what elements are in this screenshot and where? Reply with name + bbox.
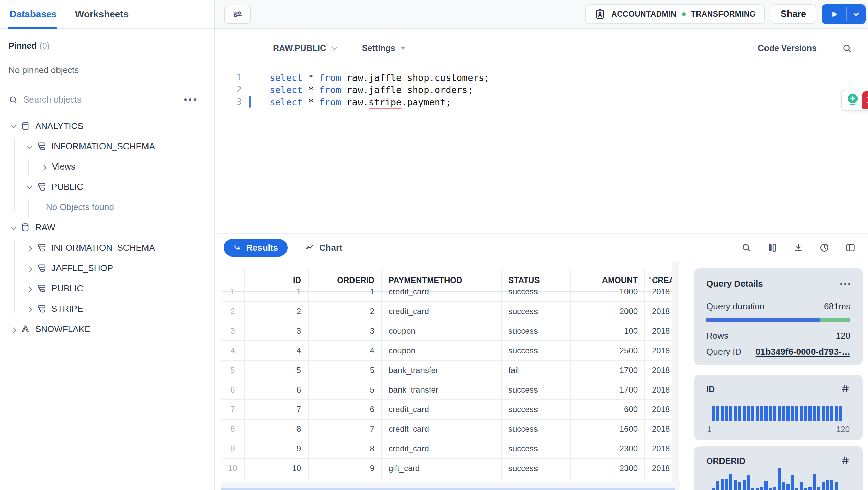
code-line[interactable]: 3select * from raw.stripe.payment;: [215, 96, 868, 108]
horizontal-scrollbar[interactable]: [221, 488, 675, 490]
filters-button[interactable]: [224, 5, 251, 24]
histogram-bar: [822, 482, 825, 490]
table-cell: 7: [245, 400, 309, 419]
run-button[interactable]: [822, 4, 846, 24]
tree-item-label: No Objects found: [46, 202, 114, 213]
tree-item-public[interactable]: PUBLIC: [0, 278, 214, 298]
duration-progress-bar: [706, 318, 850, 322]
history-icon[interactable]: [819, 242, 830, 253]
row-number-cell: 7: [221, 400, 245, 419]
table-row[interactable]: 111credit_cardsuccess10002018: [221, 282, 672, 302]
code-versions-button[interactable]: Code Versions: [758, 43, 817, 53]
vertical-scrollbar[interactable]: [672, 262, 679, 490]
line-chart-icon: [305, 243, 315, 252]
column-stats-card-orderid[interactable]: ORDERID: [694, 446, 863, 490]
table-cell: 2018: [645, 341, 672, 360]
tree-item-views[interactable]: Views: [0, 156, 214, 177]
settings-label: Settings: [362, 43, 395, 53]
chevron-right-icon: [40, 165, 47, 169]
table-row[interactable]: 887credit_cardsuccess16002018: [221, 420, 672, 439]
object-search[interactable]: Search objects: [8, 94, 206, 105]
code-line[interactable]: 2select * from raw.jaffle_shop.orders;: [215, 84, 868, 96]
tree-item-stripe[interactable]: STRIPE: [0, 298, 214, 319]
share-button[interactable]: Share: [771, 4, 816, 24]
sql-editor[interactable]: 1select * from raw.jaffle_shop.customers…: [215, 68, 868, 233]
more-options-icon[interactable]: [184, 98, 196, 101]
tree-item-raw[interactable]: RAW: [0, 217, 214, 238]
table-cell: 1: [245, 282, 309, 301]
table-cell: 8: [309, 439, 382, 458]
table-row[interactable]: [221, 478, 672, 482]
table-row[interactable]: 222credit_cardsuccess20002018: [221, 302, 672, 321]
tree-item-analytics[interactable]: ANALYTICS: [0, 116, 214, 136]
table-row[interactable]: 444couponsuccess25002018: [221, 341, 672, 361]
code-line[interactable]: 1select * from raw.jaffle_shop.customers…: [215, 71, 868, 84]
tab-databases[interactable]: Databases: [9, 9, 57, 20]
run-options-button[interactable]: [847, 4, 866, 24]
panel-icon[interactable]: [845, 242, 856, 253]
table-row[interactable]: 10109gift_cardsuccess23002018: [221, 459, 672, 478]
tab-results[interactable]: Results: [224, 239, 288, 257]
query-details-menu-icon[interactable]: [840, 283, 850, 285]
warehouse-status-dot: [682, 12, 686, 16]
table-cell: credit_card: [382, 302, 502, 321]
session-context-button[interactable]: ACCOUNTADMIN TRANSFORMING: [585, 4, 765, 24]
tree-item-information-schema[interactable]: INFORMATION_SCHEMA: [0, 136, 214, 156]
search-icon: [8, 95, 18, 105]
table-row[interactable]: 665bank_transfersuccess17002018: [221, 380, 672, 400]
query-info-panel: Query Details Query duration 681ms Rows …: [680, 262, 868, 490]
table-cell: 2000: [571, 302, 645, 321]
column-stats-card-id[interactable]: ID 1 120: [694, 375, 863, 440]
schema-icon: [37, 141, 47, 151]
column-menu-icon[interactable]: [649, 277, 659, 279]
table-row[interactable]: 776credit_cardsuccess6002018: [221, 400, 672, 420]
tree-item-snowflake[interactable]: SNOWFLAKE: [0, 319, 214, 339]
sliders-icon: [232, 8, 243, 20]
table-cell: 100: [571, 321, 645, 340]
database-tree: ANALYTICSINFORMATION_SCHEMAViewsPUBLICNo…: [0, 116, 214, 339]
query-details-title: Query Details: [706, 279, 763, 289]
pinned-empty-text: No pinned objects: [8, 65, 206, 75]
database-icon: [20, 121, 30, 131]
histogram-bar: [795, 488, 798, 490]
line-number: 3: [215, 97, 242, 107]
table-cell: success: [502, 282, 571, 301]
copilot-suggestion-widget[interactable]: 1: [841, 89, 868, 111]
tree-item-no-objects-found: No Objects found: [0, 197, 214, 217]
table-row[interactable]: 333couponsuccess1002018: [221, 321, 672, 341]
error-count-badge: 1: [862, 91, 868, 109]
pinned-label: Pinned: [8, 41, 37, 50]
table-row[interactable]: 555bank_transferfail17002018: [221, 361, 672, 380]
context-selector-label: RAW.PUBLIC: [273, 43, 326, 53]
duration-value: 681ms: [824, 301, 850, 312]
table-cell: 2018: [645, 380, 672, 399]
settings-dropdown[interactable]: Settings: [362, 43, 406, 53]
tree-item-jaffle-shop[interactable]: JAFFLE_SHOP: [0, 258, 214, 278]
search-icon[interactable]: [741, 242, 752, 253]
tab-worksheets[interactable]: Worksheets: [75, 9, 129, 20]
download-icon[interactable]: [793, 242, 804, 253]
database-context-selector[interactable]: RAW.PUBLIC: [273, 43, 338, 53]
histogram-bar: [729, 406, 732, 421]
editor-search-icon[interactable]: [842, 43, 852, 54]
histogram-bar: [725, 479, 728, 490]
query-id-link[interactable]: 01b349f6-0000-d793-…: [756, 347, 850, 357]
lightbulb-icon: [845, 92, 861, 108]
tab-chart[interactable]: Chart: [305, 243, 342, 253]
schema-icon: [37, 304, 47, 314]
histogram-bar: [769, 488, 772, 490]
histogram-bar: [826, 406, 829, 421]
row-number-cell: 6: [221, 380, 245, 399]
columns-icon[interactable]: [767, 242, 778, 253]
table-row[interactable]: 998credit_cardsuccess23002018: [221, 439, 672, 459]
histogram-bar: [764, 481, 768, 490]
table-cell: credit_card: [382, 282, 502, 301]
histogram-bar: [778, 406, 781, 421]
histogram-bar: [743, 480, 746, 490]
table-cell: credit_card: [382, 439, 502, 458]
tree-item-information-schema[interactable]: INFORMATION_SCHEMA: [0, 238, 214, 258]
chevron-right-icon: [26, 266, 33, 270]
table-cell: fail: [502, 361, 571, 380]
tree-item-public[interactable]: PUBLIC: [0, 177, 214, 197]
histogram-bar: [764, 406, 768, 421]
